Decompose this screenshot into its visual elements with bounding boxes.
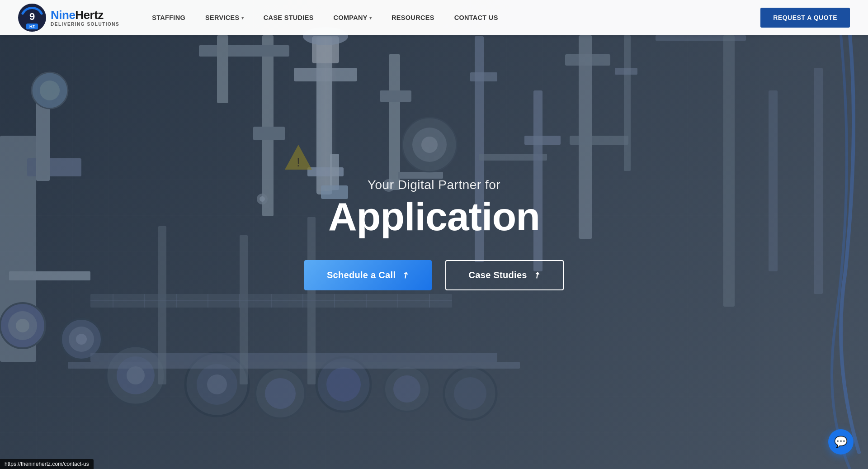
url-bar: https://theninehertz.com/contact-us	[0, 459, 94, 469]
request-quote-button[interactable]: REQUEST A QUOTE	[760, 8, 850, 28]
hero-section: Your Digital Partner for Application Sch…	[0, 35, 868, 469]
logo-text: NineHertz DELIVERING SOLUTIONS	[51, 9, 119, 27]
hero-buttons: Schedule a Call ↗ Case Studies ↗	[304, 260, 564, 290]
schedule-call-button[interactable]: Schedule a Call ↗	[304, 260, 432, 290]
case-studies-button[interactable]: Case Studies ↗	[445, 260, 564, 290]
nav-item-contact-us[interactable]: CONTACT US	[444, 0, 508, 35]
svg-text:HZ: HZ	[29, 24, 35, 29]
schedule-call-label: Schedule a Call	[327, 270, 396, 280]
svg-text:9: 9	[29, 11, 35, 22]
hero-subtitle: Your Digital Partner for	[368, 178, 500, 192]
nav-item-case-studies[interactable]: CASE STUDIES	[254, 0, 324, 35]
chat-icon: 💬	[834, 436, 848, 448]
logo-icon: 9 HZ	[18, 4, 46, 32]
case-studies-label: Case Studies	[469, 270, 527, 280]
nav-item-company[interactable]: COMPANY ▾	[324, 0, 382, 35]
logo-nine: Nine	[51, 8, 75, 22]
services-chevron-icon: ▾	[241, 15, 244, 20]
logo[interactable]: 9 HZ NineHertz DELIVERING SOLUTIONS	[18, 4, 119, 32]
nav-links: STAFFING SERVICES ▾ CASE STUDIES COMPANY…	[142, 0, 850, 35]
hero-title: Application	[328, 196, 540, 237]
schedule-arrow-icon: ↗	[400, 269, 411, 281]
navbar: 9 HZ NineHertz DELIVERING SOLUTIONS STAF…	[0, 0, 868, 35]
nav-item-resources[interactable]: RESOURCES	[382, 0, 444, 35]
logo-hertz: Hertz	[75, 8, 104, 22]
chat-widget[interactable]: 💬	[828, 429, 854, 455]
nav-item-staffing[interactable]: STAFFING	[142, 0, 195, 35]
case-arrow-icon: ↗	[531, 269, 542, 281]
company-chevron-icon: ▾	[369, 15, 372, 20]
logo-tagline: DELIVERING SOLUTIONS	[51, 22, 119, 27]
nav-item-services[interactable]: SERVICES ▾	[195, 0, 254, 35]
